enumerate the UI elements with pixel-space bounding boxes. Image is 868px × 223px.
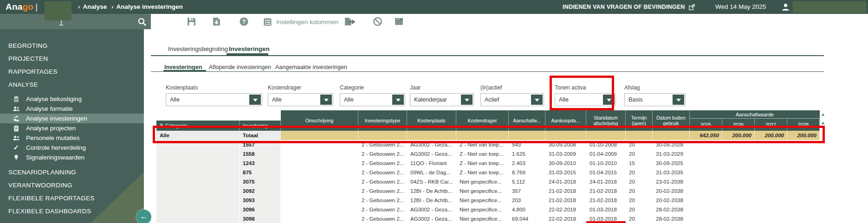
cell-aankoopdatum: 30-09-2010 (545, 159, 586, 168)
column-settings-button[interactable]: Instellingen kolommen (263, 17, 337, 27)
help-button[interactable]: ? (239, 17, 249, 27)
cancel-changes-button[interactable] (373, 17, 383, 27)
column-header-investering[interactable]: Investering (240, 121, 281, 131)
cell-y3 (787, 205, 820, 214)
categorie-dropdown[interactable]: Alle (340, 93, 405, 106)
column-header-kostenplaats[interactable]: Kostenplaats (407, 110, 456, 131)
kostenplaats-dropdown[interactable]: Alle (166, 93, 262, 106)
tonen-activa-dropdown[interactable]: Alle (555, 93, 616, 106)
cell-investering: 3098 (240, 214, 281, 223)
chevron-down-icon[interactable] (673, 95, 684, 105)
cell-y0 (690, 149, 722, 159)
chevron-down-icon[interactable] (320, 95, 332, 105)
chevron-down-icon[interactable] (531, 95, 543, 105)
sidebar-section-scenarioplanning[interactable]: SCENARIOPLANNING (0, 166, 144, 179)
inactief-dropdown[interactable]: Actief (480, 93, 544, 106)
column-header-aankoopda[interactable]: Aankoopda... (545, 110, 586, 131)
table-row[interactable]: 8752 - Gebouwen 2...09WL - de Dag...Z - … (156, 168, 820, 177)
sidebar-section-begroting[interactable]: BEGROTING (0, 39, 144, 52)
cell-y0 (690, 214, 722, 223)
column-header-kostendrager[interactable]: Kostendrager (456, 110, 509, 131)
sidebar-section-rapportages[interactable]: RAPPORTAGES (0, 65, 144, 78)
sidebar-item-analyse-bekostiging[interactable]: Analyse bekostiging (0, 94, 144, 104)
table-row[interactable]: 30932 - Gebouwen 2...12BI - De Achtb...N… (156, 196, 820, 205)
cell-y3 (787, 149, 820, 159)
column-header-datum-buiten-gebruik[interactable]: Datum buiten gebruik (653, 110, 690, 131)
column-header-year-2027[interactable]: 2027 (755, 119, 787, 131)
column-header-year-2025[interactable]: 2025 (690, 119, 722, 131)
sidebar-section-verantwoording[interactable]: VERANTWOORDING (0, 179, 144, 192)
table-row[interactable]: 30752 - Gebouwen 2...04ZS - RKB Car...Ni… (156, 177, 820, 186)
window-panel-button[interactable] (394, 17, 404, 27)
cell-investeringstype: 2 - Gebouwen 2... (358, 140, 407, 149)
chevron-down-icon[interactable] (249, 95, 261, 105)
scroll-up-icon[interactable]: ▲ (821, 112, 825, 117)
cell-datum_buiten_gebruik: 31-03-2029 (653, 149, 690, 159)
scroll-up-icon[interactable]: ▲ (821, 121, 825, 125)
cell-y1 (722, 159, 755, 168)
cell-kostenplaats: AG3002 - Geza... (407, 205, 456, 214)
menu-icon[interactable]: ≡ (160, 122, 163, 129)
export-button[interactable] (344, 17, 356, 27)
cell-termijn: 20 (626, 177, 653, 186)
table-row[interactable]: 30922 - Gebouwen 2...12BI - De Achtb...N… (156, 186, 820, 196)
cell-startdatum_afschrijving: 01-03-2018 (586, 205, 626, 214)
table-row[interactable]: 15572 - Gebouwen 2...AG3002 - Geza...Z -… (156, 140, 820, 149)
sidebar-item-analyse-formatie[interactable]: Analyse formatie (0, 104, 144, 114)
jaar-dropdown[interactable]: Kalenderjaar (410, 93, 474, 106)
column-header-startdatum-afschrijving[interactable]: Startdatum afschrijving (586, 110, 626, 131)
column-header-investeringstype[interactable]: Investeringstype (358, 110, 407, 131)
column-header-categorie[interactable]: ≡Categorie (156, 121, 240, 131)
chevron-down-icon[interactable] (392, 95, 404, 105)
cell-categorie (156, 186, 240, 196)
subtab-aflopende-investeringen[interactable]: Aflopende investeringen (209, 64, 271, 70)
tab-investeringsbegroting[interactable]: Investeringsbegroting (168, 45, 228, 52)
sidebar-item-personele-mutaties[interactable]: Personele mutaties (0, 133, 144, 143)
afslag-dropdown[interactable]: Basis (624, 93, 686, 106)
sidebar-section-projecten[interactable]: PROJECTEN (0, 52, 144, 65)
sidebar-section-analyse[interactable]: ANALYSE (0, 78, 144, 91)
column-header-termijn-jaren[interactable]: Termijn (jaren) (626, 110, 653, 131)
table-row[interactable]: 30962 - Gebouwen 2...AG3002 - Geza...Nie… (156, 205, 820, 214)
table-row[interactable]: 15582 - Gebouwen 2...AG3002 - Geza...Z -… (156, 149, 820, 159)
search-icon[interactable] (137, 17, 147, 26)
totals-value-2026: 200.000 (722, 131, 755, 140)
tab-investeringen[interactable]: Investeringen (229, 45, 270, 52)
cell-y2 (755, 196, 787, 205)
table-row[interactable]: 12432 - Gebouwen 2...11QO - FloriantZ - … (156, 159, 820, 168)
save-button[interactable] (187, 17, 197, 27)
totals-cell-termijn (626, 131, 653, 140)
sidebar-item-signaleringswaarden[interactable]: Signaleringswaarden (0, 153, 144, 162)
submit-questions-link[interactable]: INDIENEN VAN VRAGEN OF BEVINDINGEN (563, 0, 695, 14)
column-header-year-2028[interactable]: 2028 (787, 119, 820, 131)
users-icon (12, 105, 20, 113)
column-header-aanschafw[interactable]: Aanschafw... (509, 110, 545, 131)
cell-aanschafwaarde: 203 (509, 196, 545, 205)
cell-termijn: 20 (626, 214, 653, 223)
kostendrager-dropdown[interactable]: Alle (268, 93, 333, 106)
sidebar-item-analyse-projecten[interactable]: Analyse projecten (0, 123, 144, 133)
column-header-year-2026[interactable]: 2026 (722, 119, 755, 131)
cell-termijn: 15 (626, 159, 653, 168)
sidebar-item-analyse-investeringen[interactable]: Analyse investeringen (0, 114, 144, 123)
toolbar: ? Instellingen kolommen (0, 14, 868, 29)
sidebar-section-flexibele-dashboards[interactable]: FLEXIBELE DASHBOARDS (0, 205, 144, 218)
sidebar-section-flexibele-rapportages[interactable]: FLEXIBELE RAPPORTAGES (0, 192, 144, 205)
sidebar-item-controle-herverdeling[interactable]: ✓Controle herverdeling (0, 143, 144, 153)
breadcrumb-analyse-investeringen[interactable]: Analyse investeringen (117, 3, 183, 10)
filter-inactief: (In)actief Actief (480, 84, 544, 106)
download-button[interactable] (212, 17, 222, 27)
breadcrumb-analyse[interactable]: Analyse (83, 3, 107, 10)
breadcrumb[interactable]: ›Analyse ›Analyse investeringen (75, 0, 183, 14)
user-account-icon[interactable] (782, 3, 790, 11)
subtab-aangemaakte-investeringen[interactable]: Aangemaakte investeringen (275, 64, 347, 70)
dropdown-value: Kalenderjaar (414, 94, 447, 106)
chevron-down-icon[interactable] (603, 95, 615, 105)
table-row[interactable]: 30982 - Gebouwen 2...AG3002 - Geza...Nie… (156, 214, 820, 223)
sidebar-collapse-button[interactable]: ← (136, 210, 151, 223)
subtab-investeringen[interactable]: Investeringen (164, 64, 202, 70)
cell-termijn: 20 (626, 140, 653, 149)
column-header-label: 2026 (733, 122, 744, 127)
column-header-omschrijving[interactable]: Omschrijving (281, 110, 358, 131)
chevron-down-icon[interactable] (461, 95, 473, 105)
